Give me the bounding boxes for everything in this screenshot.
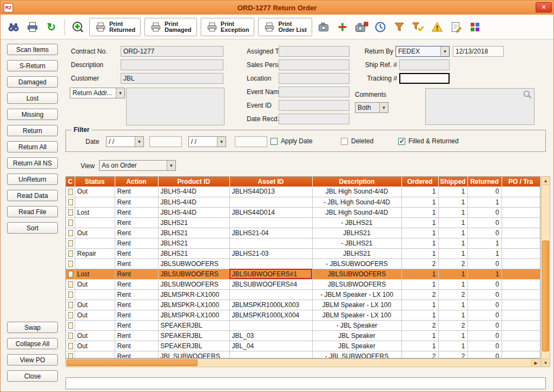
cell-shipped[interactable]: 1 bbox=[438, 217, 467, 228]
cell-product-id[interactable]: JBLMSPKR-LX1000 bbox=[158, 300, 229, 310]
view-dropdown[interactable]: As on Order ▼ bbox=[99, 160, 176, 171]
cell-status[interactable]: Lost bbox=[75, 269, 115, 279]
cell-ordered[interactable]: 1 bbox=[401, 238, 438, 248]
cell-po[interactable] bbox=[502, 187, 540, 197]
print-damaged-button[interactable]: PrintDamaged bbox=[144, 18, 197, 36]
cell-action[interactable]: Rent bbox=[115, 207, 158, 217]
cell-asset-id[interactable]: JBLMSPKR1000LX003 bbox=[229, 300, 312, 310]
cell-ordered[interactable]: 2 bbox=[401, 320, 438, 330]
row-select-cell[interactable] bbox=[66, 228, 75, 238]
cell-shipped[interactable]: 1 bbox=[438, 187, 467, 197]
cell-description[interactable]: - JBLHS21 bbox=[312, 238, 401, 248]
cell-product-id[interactable]: JBLHS21 bbox=[158, 238, 229, 248]
return-date-field[interactable]: 12/13/2018 bbox=[453, 46, 504, 57]
modules-button[interactable] bbox=[466, 17, 484, 37]
vertical-scroll-thumb[interactable] bbox=[542, 241, 549, 351]
cell-description[interactable]: JBLHS21 bbox=[312, 228, 401, 238]
table-row[interactable]: OutRentJBLMSPKR-LX1000JBLMSPKR1000LX003J… bbox=[66, 300, 540, 310]
table-row[interactable]: OutRentJBLHS-4/4DJBLHS44D013JBL High Sou… bbox=[66, 187, 540, 197]
cell-action[interactable]: Rent bbox=[115, 217, 158, 228]
cell-po[interactable] bbox=[502, 300, 540, 310]
checkbox-icon[interactable] bbox=[271, 138, 278, 145]
cell-returned[interactable]: 0 bbox=[467, 228, 502, 238]
notes-button[interactable] bbox=[447, 17, 465, 37]
scroll-down-icon[interactable]: ▼ bbox=[542, 358, 550, 367]
cell-product-id[interactable]: JBLSUBWOOFERS bbox=[158, 258, 229, 269]
cell-action[interactable]: Rent bbox=[115, 258, 158, 269]
table-row[interactable]: OutRentJBLMSPKR-LX1000JBLMSPKR1000LX004J… bbox=[66, 310, 540, 320]
col-header-po[interactable]: PO / Tra bbox=[502, 177, 540, 187]
row-select-cell[interactable] bbox=[66, 300, 75, 310]
assigned-to-field[interactable] bbox=[279, 46, 349, 57]
cell-description[interactable]: - JBL High Sound-4/4D bbox=[312, 197, 401, 207]
event-id-field[interactable] bbox=[279, 100, 349, 111]
cell-shipped[interactable]: 1 bbox=[438, 300, 467, 310]
cell-shipped[interactable]: 1 bbox=[438, 341, 467, 351]
table-row[interactable]: LostRentJBLSUBWOOFERSJBLSUBWOOFERS#1JBLS… bbox=[66, 269, 540, 279]
table-row[interactable]: RepairRentJBLHS21JBLHS21-03JBLHS21111 bbox=[66, 248, 540, 258]
cell-returned[interactable]: 0 bbox=[467, 310, 502, 320]
cell-status[interactable]: Out bbox=[75, 330, 115, 341]
cell-ordered[interactable]: 1 bbox=[401, 197, 438, 207]
cell-shipped[interactable]: 1 bbox=[438, 330, 467, 341]
sidebar-button-swap[interactable]: Swap bbox=[7, 322, 58, 333]
cell-product-id[interactable]: SPEAKERJBL bbox=[158, 330, 229, 341]
table-row[interactable]: OutRentJBLSUBWOOFERSJBLSUBWOOFERS#4JBLSU… bbox=[66, 279, 540, 289]
cell-description[interactable]: JBLSUBWOOFERS bbox=[312, 269, 401, 279]
cell-action[interactable]: Rent bbox=[115, 238, 158, 248]
filter-button[interactable] bbox=[391, 17, 408, 37]
camera-alert-button[interactable] bbox=[353, 17, 370, 37]
cell-action[interactable]: Rent bbox=[115, 269, 158, 279]
table-row[interactable]: RentJBLHS21- JBLHS21110 bbox=[66, 217, 540, 228]
cell-returned[interactable]: 0 bbox=[467, 351, 502, 358]
cell-shipped[interactable]: 2 bbox=[438, 351, 467, 358]
cell-po[interactable] bbox=[502, 279, 540, 289]
cell-action[interactable]: Rent bbox=[115, 320, 158, 330]
cell-shipped[interactable]: 1 bbox=[438, 269, 467, 279]
cell-action[interactable]: Rent bbox=[115, 279, 158, 289]
add-button[interactable] bbox=[334, 17, 351, 37]
row-check-icon[interactable] bbox=[68, 240, 73, 247]
cell-action[interactable]: Rent bbox=[115, 197, 158, 207]
row-check-icon[interactable] bbox=[68, 271, 73, 277]
row-check-icon[interactable] bbox=[68, 302, 73, 308]
print-order-list-button[interactable]: PrintOrder List bbox=[258, 18, 312, 36]
footer-input[interactable] bbox=[65, 377, 546, 389]
col-header-status[interactable]: Status bbox=[75, 177, 115, 187]
cell-product-id[interactable]: JBLHS-4/4D bbox=[158, 207, 229, 217]
sidebar-button-view-po[interactable]: View PO bbox=[7, 354, 58, 366]
cell-description[interactable]: - JBLHS21 bbox=[312, 217, 401, 228]
cell-product-id[interactable]: JBLMSPKR-LX1000 bbox=[158, 310, 229, 320]
cell-returned[interactable]: 0 bbox=[467, 341, 502, 351]
table-row[interactable]: RentSPEAKERJBL- JBL Speaker220 bbox=[66, 320, 540, 330]
cell-description[interactable]: - JBLSUBWOOFERS bbox=[312, 258, 401, 269]
sidebar-button-read-data[interactable]: Read Data bbox=[7, 190, 58, 201]
cell-po[interactable] bbox=[502, 258, 540, 269]
cell-ordered[interactable]: 1 bbox=[401, 228, 438, 238]
cell-po[interactable] bbox=[502, 228, 540, 238]
description-field[interactable] bbox=[121, 59, 223, 70]
row-check-icon[interactable] bbox=[68, 189, 73, 195]
sidebar-button-sort[interactable]: Sort bbox=[7, 222, 58, 234]
cell-description[interactable]: JBL Speaker bbox=[312, 341, 401, 351]
cell-po[interactable] bbox=[502, 289, 540, 300]
row-check-icon[interactable] bbox=[68, 322, 73, 329]
cell-product-id[interactable]: JBLSUBWOOFERS bbox=[158, 279, 229, 289]
row-select-cell[interactable] bbox=[66, 330, 75, 341]
scroll-up-icon[interactable]: ▲ bbox=[542, 177, 550, 185]
cell-action[interactable]: Rent bbox=[115, 341, 158, 351]
cell-asset-id[interactable]: JBLMSPKR1000LX004 bbox=[229, 310, 312, 320]
cell-product-id[interactable]: SPEAKERJBL bbox=[158, 341, 229, 351]
comments-box[interactable] bbox=[425, 88, 535, 125]
cell-shipped[interactable]: 1 bbox=[438, 207, 467, 217]
cell-shipped[interactable]: 2 bbox=[438, 258, 467, 269]
cell-product-id[interactable]: JBLSUBWOOFERS bbox=[158, 269, 229, 279]
table-row[interactable]: RentJBLMSPKR-LX1000- JBLM Speaker - LX 1… bbox=[66, 289, 540, 300]
cell-description[interactable]: JBLHS21 bbox=[312, 248, 401, 258]
cell-description[interactable]: JBLSUBWOOFERS bbox=[312, 279, 401, 289]
table-row[interactable]: RentJBLHS21- JBLHS21111 bbox=[66, 238, 540, 248]
row-select-cell[interactable] bbox=[66, 248, 75, 258]
row-select-cell[interactable] bbox=[66, 207, 75, 217]
cell-asset-id[interactable]: JBLHS44D013 bbox=[229, 187, 312, 197]
cell-po[interactable] bbox=[502, 197, 540, 207]
